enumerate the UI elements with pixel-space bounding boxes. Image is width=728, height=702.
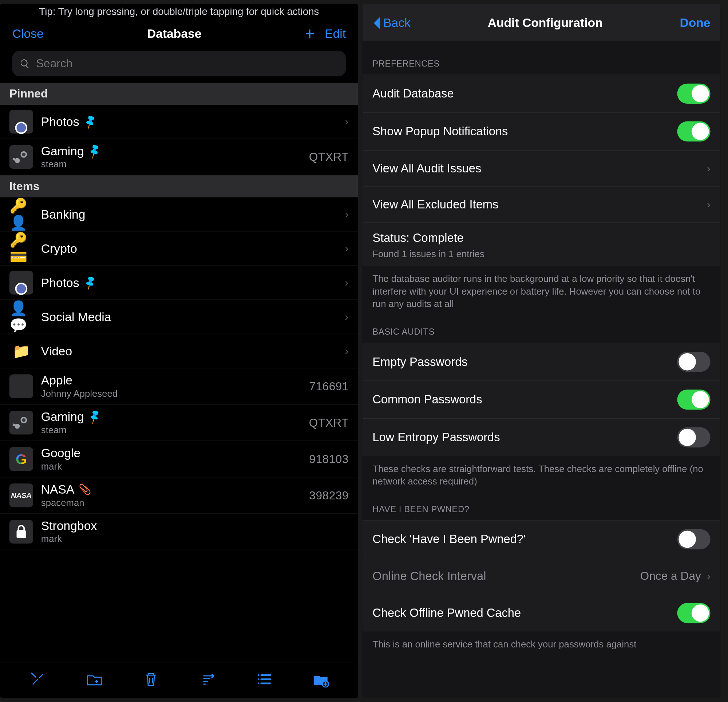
settings-row-label: Empty Passwords [373,355,467,369]
settings-row-label: Show Popup Notifications [373,125,508,138]
item-code: QTXRT [309,416,349,430]
trash-icon[interactable] [140,670,161,688]
settings-row-label: View All Audit Issues [373,161,481,175]
toggle-switch[interactable] [677,427,711,447]
camera-icon [9,110,33,134]
group-footer: The database auditor runs in the backgro… [363,266,721,315]
item-code: QTXRT [309,150,349,164]
steam-icon [9,411,33,434]
search-icon [19,58,30,69]
search-input[interactable] [12,51,346,76]
tools-icon[interactable] [27,670,48,688]
chevron-left-icon [373,16,381,29]
folder-import-icon[interactable] [83,670,105,688]
item-title: Banking [41,207,85,222]
toggle-switch[interactable] [677,121,711,141]
list-item[interactable]: 🔑💳Crypto› [0,231,358,265]
toggle-switch[interactable] [677,603,711,623]
list-item[interactable]: 📁Video› [0,334,358,368]
settings-row: Check Offline Pwned Cache [363,594,721,632]
chevron-right-icon: › [707,162,711,174]
settings-title: Audit Configuration [488,16,603,30]
folder-icon: 📁 [9,339,33,363]
item-title: Social Media [41,310,111,324]
database-screen: Tip: Try long pressing, or double/triple… [0,4,358,698]
list-item[interactable]: Photos📌› [0,265,358,300]
item-title: Crypto [41,242,77,256]
list-item[interactable]: 👤💬Social Media› [0,300,358,334]
chevron-right-icon: › [345,311,349,323]
svg-rect-6 [17,530,26,538]
settings-row-label: Low Entropy Passwords [373,431,500,444]
settings-row-label: Audit Database [373,87,454,101]
list-icon[interactable] [253,670,274,688]
item-code: 918103 [309,453,349,466]
list-item[interactable]: 🔑👤Banking› [0,197,358,231]
group-header: HAVE I BEEN PWNED? [363,492,721,520]
settings-row[interactable]: Online Check IntervalOnce a Day› [363,558,721,594]
done-button[interactable]: Done [680,16,710,30]
toggle-switch[interactable] [677,529,711,549]
steam-icon [9,145,33,169]
keyuser-icon: 🔑👤 [9,202,33,226]
item-title: Photos [41,276,79,290]
back-button[interactable]: Back [373,16,410,30]
chevron-right-icon: › [345,277,349,289]
toggle-switch[interactable] [677,352,711,372]
list-item[interactable]: Gaming📌steamQTXRT [0,405,358,441]
status-label: Status: Complete [373,231,710,245]
settings-row[interactable]: View All Excluded Items› [363,186,721,222]
settings-row: Empty Passwords [363,343,721,381]
add-icon[interactable]: + [305,29,315,38]
sort-icon[interactable] [196,670,218,688]
lock-icon [9,520,33,543]
pin-icon: 📌 [82,114,98,130]
item-title: Gaming [41,144,84,158]
item-title: Video [41,344,72,358]
list-item[interactable]: GGooglemark918103 [0,441,358,477]
new-folder-icon[interactable] [310,670,331,688]
svg-point-1 [22,153,26,156]
list-item[interactable]: Photos📌› [0,105,358,139]
google-icon: G [9,447,33,471]
status-block: Status: CompleteFound 1 issues in 1 entr… [363,222,721,266]
item-subtitle: mark [41,533,341,545]
close-button[interactable]: Close [12,27,44,41]
item-title: Gaming [41,409,84,424]
settings-row-label: Check Offline Pwned Cache [373,606,521,620]
list-item[interactable]: NASANASA📎spaceman398239 [0,477,358,513]
chevron-right-icon: › [707,570,711,583]
avatar-icon: 👤💬 [9,305,33,329]
toggle-switch[interactable] [677,84,711,104]
section-items-header: Items [0,175,358,197]
audit-config-screen: Back Audit Configuration Done PREFERENCE… [363,4,721,698]
item-code: 398239 [309,489,349,502]
tip-banner: Tip: Try long pressing, or double/triple… [0,4,358,25]
list-item[interactable]: Gaming📌steamQTXRT [0,139,358,175]
settings-row[interactable]: View All Audit Issues› [363,150,721,186]
edit-button[interactable]: Edit [325,27,346,41]
item-code: 716691 [309,380,349,393]
item-title: Google [41,446,81,460]
chevron-right-icon: › [707,198,711,210]
attachment-icon: 📎 [79,483,91,495]
chevron-right-icon: › [345,116,349,128]
settings-nav-bar: Back Audit Configuration Done [363,4,721,41]
settings-row-label: Check 'Have I Been Pwned?' [373,532,526,546]
back-label: Back [383,16,410,30]
chevron-right-icon: › [345,242,349,255]
item-subtitle: Johnny Appleseed [41,388,301,399]
list-item[interactable]: AppleJohnny Appleseed716691 [0,369,358,405]
item-subtitle: steam [41,424,301,436]
settings-row: Low Entropy Passwords [363,418,721,456]
item-title: Strongbox [41,519,97,533]
search-field[interactable] [35,56,338,71]
settings-row-value: Once a Day [640,569,701,583]
item-title: Apple [41,373,72,387]
list-item[interactable]: Strongboxmark [0,513,358,550]
item-title: NASA [41,482,75,496]
group-header: PREFERENCES [363,41,721,75]
screen-title: Database [147,27,202,41]
toggle-switch[interactable] [677,389,711,409]
item-title: Photos [41,115,79,129]
